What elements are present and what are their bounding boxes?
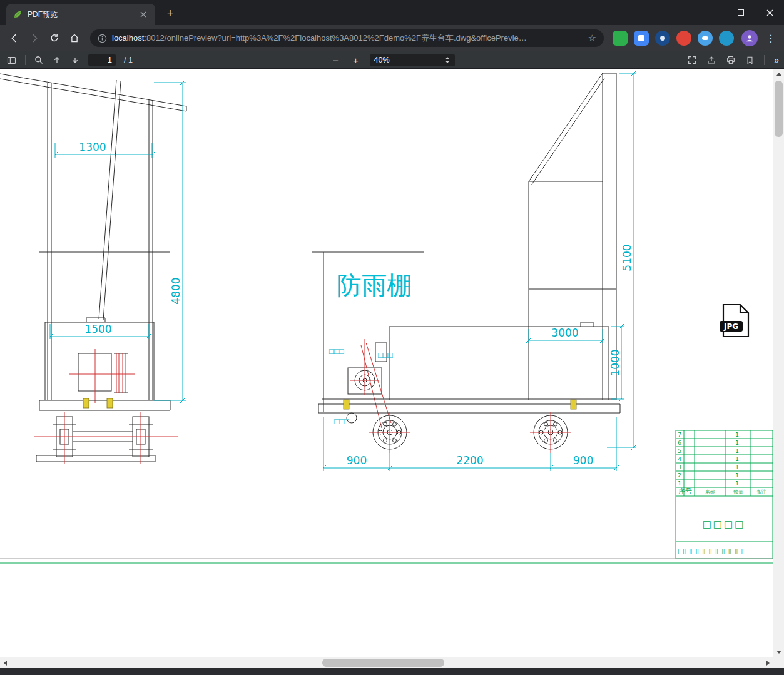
dim-span-mid: 2200 <box>456 454 483 467</box>
window-titlebar: PDF预览 + <box>0 0 784 25</box>
scroll-left-button[interactable] <box>0 657 11 668</box>
translate-glyph <box>638 35 644 41</box>
dim-right-height: 5100 <box>621 244 633 271</box>
row-qty: 1 <box>735 432 739 438</box>
scroll-down-button[interactable] <box>773 647 784 657</box>
window-bottom-edge <box>0 668 784 675</box>
previous-page-button[interactable] <box>52 55 62 65</box>
down-arrow-icon <box>776 651 781 654</box>
horizontal-scroll-thumb[interactable] <box>322 659 444 667</box>
vertical-scrollbar[interactable] <box>773 69 784 657</box>
cad-marks-a: □□□ <box>329 347 344 356</box>
home-button[interactable] <box>65 29 84 48</box>
extension-icon-5-cloud[interactable] <box>698 31 713 46</box>
find-button[interactable] <box>34 55 44 65</box>
select-arrows-icon <box>444 56 451 64</box>
next-page-button[interactable] <box>70 55 80 65</box>
cad-title-block: 7 6 5 4 3 2 1 1 1 1 1 1 1 1 序号 名称 数量 备注 … <box>676 430 773 559</box>
scroll-up-button[interactable] <box>773 69 784 79</box>
info-icon <box>98 34 107 43</box>
back-icon <box>9 33 20 44</box>
url-host: localhost <box>112 33 144 43</box>
open-file-icon <box>706 55 716 65</box>
row-qty: 1 <box>735 472 739 479</box>
extension-icon-2-translate[interactable] <box>634 31 649 46</box>
row-qty: 1 <box>735 448 739 454</box>
page-up-icon <box>52 55 62 65</box>
pdf-page: 1300 4800 1500 防雨棚 <box>0 69 773 657</box>
home-icon <box>69 33 80 44</box>
window-controls <box>698 0 784 25</box>
col-header-no: 序号 <box>678 487 692 495</box>
back-button[interactable] <box>5 29 24 48</box>
row-no: 1 <box>678 480 681 487</box>
toolbar-divider <box>764 55 765 65</box>
row-no: 5 <box>678 448 681 454</box>
sidebar-toggle-icon <box>6 55 17 66</box>
dim-tank-width: 3000 <box>551 327 578 339</box>
close-icon <box>766 9 773 16</box>
browser-tab[interactable]: PDF预览 <box>6 4 155 25</box>
new-tab-button[interactable]: + <box>163 6 178 21</box>
row-no: 7 <box>678 432 681 438</box>
print-button[interactable] <box>726 55 736 65</box>
row-qty: 1 <box>735 464 739 470</box>
person-icon <box>745 33 755 43</box>
tab-title: PDF预览 <box>28 9 133 20</box>
url-bar[interactable]: localhost:8012/onlinePreview?url=http%3A… <box>90 29 604 47</box>
open-file-button[interactable] <box>706 55 716 65</box>
presentation-mode-button[interactable] <box>687 55 697 65</box>
canopy-label: 防雨棚 <box>337 271 412 300</box>
reload-icon <box>49 33 60 44</box>
page-number-input[interactable] <box>88 54 116 66</box>
close-button[interactable] <box>755 0 784 25</box>
maximize-button[interactable] <box>726 0 755 25</box>
forward-button[interactable] <box>25 29 44 48</box>
minimize-icon <box>709 13 716 13</box>
reload-button[interactable] <box>45 29 64 48</box>
vertical-scroll-thumb[interactable] <box>775 81 783 137</box>
horizontal-scrollbar[interactable] <box>0 657 773 668</box>
profile-avatar[interactable] <box>741 30 758 46</box>
zoom-value: 40% <box>374 56 440 64</box>
minimize-button[interactable] <box>698 0 726 25</box>
maximize-icon <box>738 9 744 16</box>
col-header-name: 名称 <box>705 489 715 495</box>
toolbar-divider <box>25 55 26 65</box>
row-qty: 1 <box>735 456 739 462</box>
zoom-select[interactable]: 40% <box>370 54 455 66</box>
scroll-right-button[interactable] <box>763 657 773 668</box>
title-block-footer: □□□□□□□□□□ <box>678 547 743 555</box>
dim-left-top-width: 1300 <box>79 141 106 153</box>
browser-menu-button[interactable]: ⋮ <box>763 30 779 46</box>
browser-navbar: localhost:8012/onlinePreview?url=http%3A… <box>0 25 784 51</box>
scrollbar-corner <box>773 657 784 668</box>
cad-marks-b: □□□ <box>378 350 393 360</box>
search-icon <box>34 55 44 65</box>
zoom-out-button[interactable]: − <box>330 54 342 66</box>
bookmark-star-icon[interactable]: ☆ <box>588 33 596 44</box>
dot-glyph <box>660 36 665 41</box>
page-down-icon <box>70 55 80 65</box>
extension-icon-4[interactable] <box>676 31 691 46</box>
extension-icon-6[interactable] <box>719 31 734 46</box>
zoom-in-button[interactable]: + <box>350 54 362 66</box>
print-icon <box>726 55 736 65</box>
extension-icon-1[interactable] <box>613 31 628 46</box>
bookmark-button[interactable] <box>745 56 755 65</box>
dim-left-mid-width: 1500 <box>84 323 111 335</box>
cloud-glyph <box>702 36 708 40</box>
more-tools-button[interactable]: » <box>774 55 779 65</box>
cad-right-view: 防雨棚 □□□ □□□ □□□ 300 <box>312 71 636 471</box>
dim-span-left: 900 <box>347 454 367 467</box>
dim-left-height: 4800 <box>170 277 182 304</box>
presentation-mode-icon <box>687 55 697 65</box>
extension-icon-3[interactable] <box>655 31 670 46</box>
cad-left-view: 1300 4800 1500 <box>0 74 186 464</box>
sidebar-toggle-button[interactable] <box>6 55 17 66</box>
jpg-badge-label: JPG <box>723 322 738 331</box>
url-text: localhost:8012/onlinePreview?url=http%3A… <box>112 33 583 44</box>
row-qty: 1 <box>735 440 739 446</box>
row-no: 2 <box>678 472 681 479</box>
tab-close-icon[interactable] <box>138 9 149 20</box>
